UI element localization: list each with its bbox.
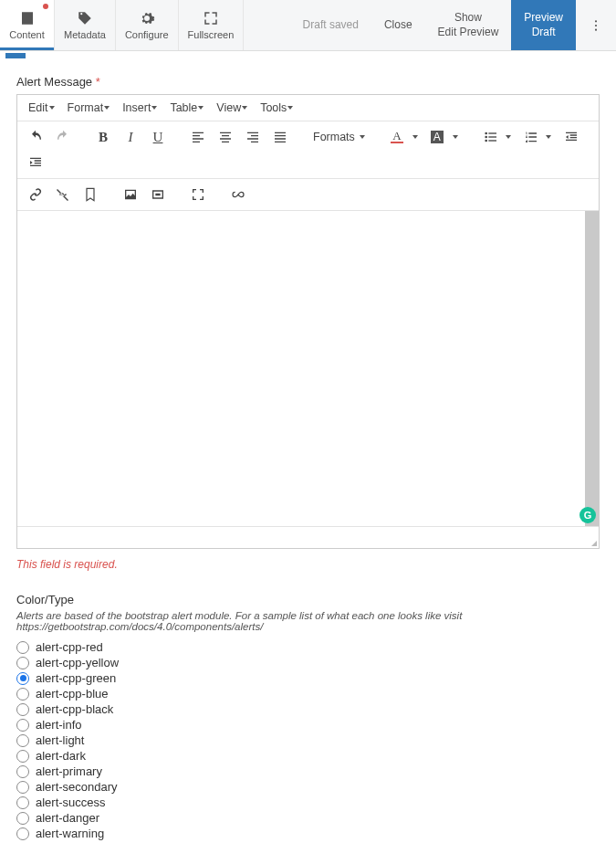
infinity-icon (231, 187, 245, 202)
editor-content-area[interactable]: G (17, 211, 599, 526)
radio-label: alert-primary (36, 764, 102, 778)
radio-option-alert-light[interactable]: alert-light (16, 732, 600, 748)
show-edit-preview-button[interactable]: Show Edit Preview (425, 0, 512, 50)
redo-button[interactable] (50, 125, 76, 149)
expand-icon (191, 187, 205, 202)
link-icon (28, 187, 43, 202)
rich-text-editor: Edit Format Insert Table View Tools B I … (16, 94, 600, 549)
indent-icon (28, 155, 43, 170)
text-color-button[interactable]: A (385, 125, 423, 149)
radio-icon (16, 812, 29, 825)
svg-point-5 (485, 140, 487, 142)
embed-button[interactable] (145, 183, 171, 206)
radio-option-alert-cpp-green[interactable]: alert-cpp-green (16, 670, 600, 686)
radio-label: alert-cpp-blue (36, 687, 109, 701)
radio-label: alert-info (36, 718, 82, 732)
radio-option-alert-cpp-blue[interactable]: alert-cpp-blue (16, 686, 600, 701)
radio-option-alert-secondary[interactable]: alert-secondary (16, 779, 600, 795)
tab-metadata[interactable]: Metadata (55, 0, 116, 50)
tab-fullscreen[interactable]: Fullscreen (179, 0, 245, 50)
radio-icon (16, 657, 29, 669)
embed-icon (151, 187, 165, 202)
radio-option-alert-dark[interactable]: alert-dark (16, 748, 600, 764)
more-actions-button[interactable] (576, 0, 616, 50)
align-right-button[interactable] (240, 125, 266, 149)
menu-insert[interactable]: Insert (117, 99, 162, 117)
svg-point-4 (485, 136, 487, 139)
radio-option-alert-info[interactable]: alert-info (16, 717, 600, 732)
unsaved-indicator-icon (43, 4, 48, 9)
infinity-button[interactable] (225, 183, 251, 206)
numbered-list-button[interactable] (518, 125, 557, 149)
align-center-button[interactable] (213, 125, 238, 149)
align-justify-button[interactable] (267, 125, 293, 149)
tab-content[interactable]: Content (0, 0, 55, 50)
svg-point-0 (595, 20, 597, 22)
formats-dropdown[interactable]: Formats (308, 125, 371, 149)
radio-label: alert-cpp-black (36, 702, 113, 716)
color-type-label: Color/Type (16, 593, 600, 606)
gear-icon (139, 10, 155, 26)
radio-option-alert-cpp-black[interactable]: alert-cpp-black (16, 701, 600, 717)
radio-label: alert-success (36, 796, 106, 809)
menu-view[interactable]: View (211, 99, 253, 117)
link-button[interactable] (23, 183, 48, 206)
underline-button[interactable]: U (145, 125, 171, 149)
italic-button[interactable]: I (118, 125, 143, 149)
tag-icon (77, 10, 93, 26)
tab-configure-label: Configure (125, 29, 169, 40)
grammarly-icon[interactable]: G (579, 507, 596, 523)
menu-edit[interactable]: Edit (23, 99, 60, 117)
radio-label: alert-secondary (36, 780, 118, 794)
unlink-icon (56, 187, 70, 202)
radio-option-alert-cpp-red[interactable]: alert-cpp-red (16, 639, 600, 655)
undo-icon (28, 130, 43, 144)
radio-option-alert-primary[interactable]: alert-primary (16, 764, 600, 779)
radio-icon (16, 641, 29, 654)
radio-icon (16, 781, 29, 794)
radio-option-alert-success[interactable]: alert-success (16, 795, 600, 810)
radio-icon (16, 734, 29, 747)
menu-table[interactable]: Table (164, 99, 209, 117)
align-right-icon (245, 130, 260, 144)
radio-label: alert-cpp-yellow (36, 656, 119, 669)
svg-point-3 (485, 132, 487, 135)
radio-icon (16, 827, 29, 840)
anchor-button[interactable] (78, 183, 103, 206)
fullscreen-editor-button[interactable] (185, 183, 211, 206)
close-button[interactable]: Close (371, 0, 425, 50)
editor-scrollbar[interactable] (585, 211, 599, 526)
bullet-list-button[interactable] (478, 125, 517, 149)
resize-handle[interactable] (588, 537, 597, 546)
image-button[interactable] (118, 183, 143, 206)
redo-icon (56, 130, 70, 144)
menu-tools[interactable]: Tools (255, 99, 298, 117)
tab-content-label: Content (9, 29, 45, 40)
align-left-button[interactable] (185, 125, 211, 149)
editor-toolbar-row-1: B I U Formats A A (17, 121, 599, 179)
undo-button[interactable] (23, 125, 48, 149)
radio-icon (16, 703, 29, 716)
menu-format[interactable]: Format (62, 99, 116, 117)
radio-icon (16, 672, 29, 685)
background-color-button[interactable]: A (425, 125, 464, 149)
radio-icon (16, 750, 29, 763)
unlink-button[interactable] (50, 183, 76, 206)
tab-configure[interactable]: Configure (116, 0, 179, 50)
top-toolbar: Content Metadata Configure Fullscreen Dr… (0, 0, 616, 51)
radio-label: alert-cpp-red (36, 640, 103, 654)
outdent-button[interactable] (559, 125, 584, 149)
color-type-radio-group: alert-cpp-redalert-cpp-yellowalert-cpp-g… (16, 639, 600, 841)
align-justify-icon (273, 130, 287, 144)
preview-draft-button[interactable]: Preview Draft (511, 0, 576, 50)
radio-option-alert-cpp-yellow[interactable]: alert-cpp-yellow (16, 655, 600, 670)
color-type-help: Alerts are based of the bootstrap alert … (16, 610, 600, 632)
image-icon (123, 187, 138, 202)
radio-option-alert-warning[interactable]: alert-warning (16, 826, 600, 841)
radio-label: alert-warning (36, 827, 104, 840)
radio-option-alert-danger[interactable]: alert-danger (16, 810, 600, 826)
indent-button[interactable] (23, 151, 48, 174)
bold-button[interactable]: B (90, 125, 116, 149)
align-left-icon (191, 130, 205, 144)
tab-metadata-label: Metadata (64, 29, 106, 40)
